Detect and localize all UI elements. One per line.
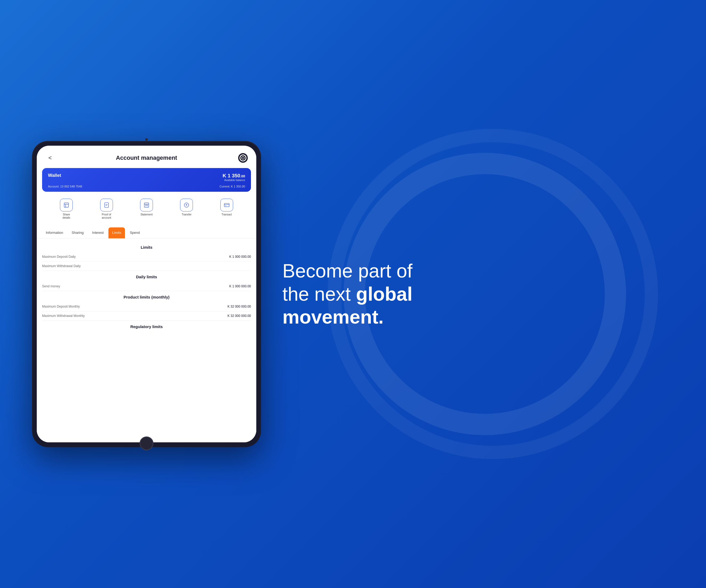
action-transact[interactable]: Transact bbox=[220, 199, 233, 219]
wallet-top: Wallet K 1 350.00 Available balance bbox=[48, 173, 245, 182]
share-details-icon bbox=[60, 199, 73, 211]
current-balance: Current: K 1 350.00 bbox=[220, 185, 245, 188]
wallet-card: Wallet K 1 350.00 Available balance Acco… bbox=[42, 168, 251, 192]
page-title: Account management bbox=[116, 155, 177, 161]
wallet-label: Wallet bbox=[48, 173, 61, 178]
max-withdrawal-monthly-label: Maximum Withdrawal Monthly bbox=[42, 314, 85, 318]
limit-row-max-deposit-daily: Maximum Deposit Daily K 1 000 000.00 bbox=[42, 252, 251, 261]
tab-information[interactable]: Information bbox=[42, 227, 67, 238]
back-button[interactable]: < bbox=[45, 153, 55, 163]
wallet-bottom: Account: 13 002 548 7548 Current: K 1 35… bbox=[48, 185, 245, 188]
proof-account-icon bbox=[100, 199, 113, 211]
tablet-camera bbox=[145, 138, 148, 141]
svg-rect-3 bbox=[105, 203, 109, 207]
tagline-bold: global bbox=[356, 283, 413, 305]
tagline-line3: movement. bbox=[282, 306, 384, 328]
tablet-home-button[interactable] bbox=[140, 436, 153, 450]
max-withdrawal-daily-label: Maximum Withdrawal Daily bbox=[42, 264, 81, 268]
proof-account-label: Proof ofaccount bbox=[102, 213, 111, 219]
max-withdrawal-monthly-value: K 32 000 000.00 bbox=[228, 314, 251, 318]
send-money-value: K 1 000 000.00 bbox=[229, 284, 251, 288]
tab-spend[interactable]: Spend bbox=[126, 227, 144, 238]
limit-row-max-deposit-monthly: Maximum Deposit Monthly K 32 000 000.00 bbox=[42, 302, 251, 311]
tab-limits[interactable]: Limits bbox=[109, 227, 125, 238]
max-deposit-monthly-value: K 32 000 000.00 bbox=[228, 305, 251, 308]
tab-sharing[interactable]: Sharing bbox=[68, 227, 87, 238]
tagline-section: Become part of the next global movement. bbox=[261, 259, 674, 328]
svg-rect-0 bbox=[64, 203, 69, 207]
limits-section-title: Limits bbox=[42, 241, 251, 252]
content-area: Limits Maximum Deposit Daily K 1 000 000… bbox=[37, 241, 256, 442]
limit-row-max-withdrawal-monthly: Maximum Withdrawal Monthly K 32 000 000.… bbox=[42, 311, 251, 321]
max-deposit-daily-value: K 1 000 000.00 bbox=[229, 255, 251, 259]
transact-label: Transact bbox=[222, 213, 232, 216]
transfer-icon bbox=[180, 199, 193, 211]
statement-label: Statement bbox=[141, 213, 153, 216]
tabs-container: Information Sharing Interest Limits Spen… bbox=[37, 227, 256, 239]
max-deposit-daily-label: Maximum Deposit Daily bbox=[42, 255, 76, 259]
limit-row-max-withdrawal-daily: Maximum Withdrawal Daily bbox=[42, 261, 251, 271]
wallet-balance: K 1 350.00 Available balance bbox=[223, 173, 245, 182]
limit-row-send-money: Send money K 1 000 000.00 bbox=[42, 282, 251, 291]
wallet-amount: K 1 350.00 bbox=[223, 173, 245, 179]
send-money-label: Send money bbox=[42, 284, 60, 288]
transfer-label: Transfer bbox=[182, 213, 192, 216]
daily-limits-title: Daily limits bbox=[42, 271, 251, 282]
available-balance-label: Available balance bbox=[223, 179, 245, 182]
tagline-line2: the next bbox=[282, 283, 356, 305]
regulatory-limits-title: Regulatory limits bbox=[42, 321, 251, 332]
help-button[interactable] bbox=[238, 153, 248, 163]
svg-rect-12 bbox=[224, 204, 229, 207]
app-screen: < Account management Wallet K 1 350.00 A… bbox=[37, 146, 256, 442]
share-details-label: Sharedetails bbox=[63, 213, 70, 219]
account-info: Account: 13 002 548 7548 bbox=[48, 185, 82, 188]
monthly-limits-title: Product limits (monthly) bbox=[42, 291, 251, 302]
tablet-screen: < Account management Wallet K 1 350.00 A… bbox=[37, 146, 256, 442]
quick-actions: Sharedetails Proof ofaccount bbox=[42, 196, 251, 224]
action-transfer[interactable]: Transfer bbox=[180, 199, 193, 219]
max-deposit-monthly-label: Maximum Deposit Monthly bbox=[42, 305, 80, 308]
app-header: < Account management bbox=[37, 146, 256, 168]
transact-icon bbox=[220, 199, 233, 211]
action-proof-of-account[interactable]: Proof ofaccount bbox=[100, 199, 113, 219]
tab-interest[interactable]: Interest bbox=[88, 227, 107, 238]
action-share-details[interactable]: Sharedetails bbox=[60, 199, 73, 219]
help-icon bbox=[239, 155, 246, 161]
action-statement[interactable]: Statement bbox=[140, 199, 153, 219]
tagline-line1: Become part of bbox=[282, 260, 413, 282]
tagline-text: Become part of the next global movement. bbox=[282, 259, 413, 328]
tablet-device: < Account management Wallet K 1 350.00 A… bbox=[32, 141, 261, 447]
statement-icon bbox=[140, 199, 153, 211]
